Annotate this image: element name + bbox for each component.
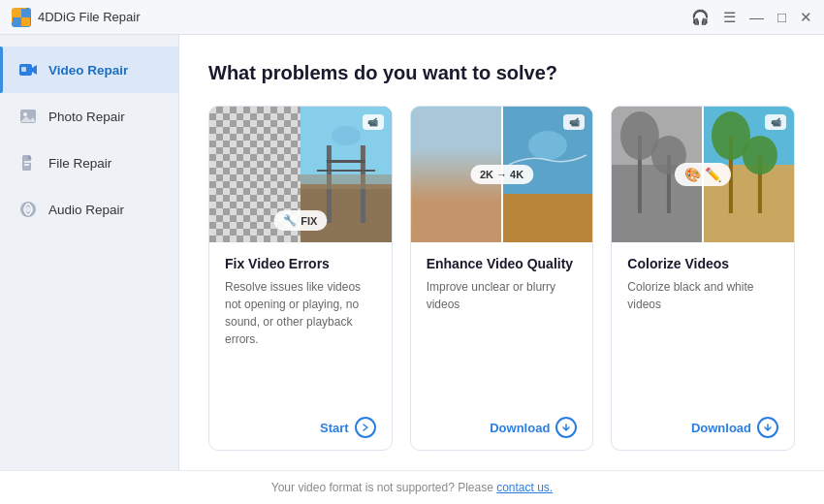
svg-point-15 (25, 206, 31, 212)
video-icon-badge-enhance: 📹 (563, 114, 585, 130)
card-colorize-video: 🎨 ✏️ 📹 Colorize Videos Colorize black an… (611, 106, 795, 451)
svg-rect-1 (21, 9, 30, 17)
colorize-badge: 🎨 ✏️ (675, 163, 731, 186)
sidebar-item-audio-repair[interactable]: Audio Repair (0, 186, 178, 233)
titlebar-left: 4DDiG File Repair (12, 8, 140, 27)
sidebar-label-file-repair: File Repair (48, 156, 111, 171)
titlebar-controls: 🎧 ☰ — □ ✕ (691, 9, 812, 26)
start-arrow-circle (355, 417, 376, 438)
app-title: 4DDiG File Repair (38, 10, 140, 24)
card-image-fix: 🔧 FIX 📹 (209, 107, 392, 242)
app-icon (12, 8, 31, 27)
svg-rect-0 (13, 9, 21, 17)
video-repair-icon (17, 59, 39, 80)
svg-rect-2 (13, 17, 21, 26)
card-fix-video-errors: 🔧 FIX 📹 Fix Video Errors Resolve issues … (208, 106, 393, 451)
maximize-icon[interactable]: □ (777, 9, 786, 25)
svg-rect-21 (317, 170, 375, 172)
enhance-badge: 2K → 4K (470, 165, 533, 184)
card-title-fix: Fix Video Errors (225, 256, 376, 271)
download-arrow-circle-colorize (757, 417, 778, 438)
card-action-colorize: Download (627, 417, 778, 438)
minimize-icon[interactable]: — (749, 9, 764, 25)
download-label-colorize: Download (691, 421, 751, 435)
sidebar-label-video-repair: Video Repair (48, 63, 128, 78)
content-area: What problems do you want to solve? (179, 35, 824, 470)
sidebar-label-photo-repair: Photo Repair (48, 110, 125, 124)
card-title-colorize: Colorize Videos (627, 256, 778, 271)
photo-repair-icon (17, 106, 39, 127)
card-action-fix: Start (225, 417, 376, 438)
pencil-icon: ✏️ (705, 167, 721, 182)
download-arrow-circle-enhance (555, 417, 577, 438)
card-body-colorize: Colorize Videos Colorize black and white… (612, 242, 794, 450)
footer: Your video format is not supported? Plea… (0, 470, 824, 504)
card-title-enhance: Enhance Video Quality (427, 256, 578, 271)
card-desc-colorize: Colorize black and white videos (627, 278, 778, 407)
card-body-fix: Fix Video Errors Resolve issues like vid… (209, 242, 392, 450)
svg-rect-6 (21, 67, 26, 72)
page-title: What problems do you want to solve? (208, 62, 795, 84)
svg-marker-5 (32, 65, 37, 75)
svg-point-26 (527, 131, 566, 160)
card-enhance-video: 2K → 4K 📹 Enhance Video Quality Improve … (410, 106, 594, 451)
contact-us-link[interactable]: contact us. (496, 481, 553, 494)
svg-point-8 (23, 112, 27, 116)
sidebar-label-audio-repair: Audio Repair (48, 203, 124, 217)
download-button-enhance[interactable]: Download (490, 417, 577, 438)
headphones-icon[interactable]: 🎧 (691, 9, 710, 26)
video-icon-badge-colorize: 📹 (765, 114, 786, 130)
svg-rect-3 (21, 17, 30, 26)
download-button-colorize[interactable]: Download (691, 417, 778, 438)
sidebar-item-photo-repair[interactable]: Photo Repair (0, 93, 178, 140)
card-image-colorize: 🎨 ✏️ 📹 (612, 107, 794, 242)
svg-rect-25 (502, 194, 593, 242)
card-image-enhance: 2K → 4K 📹 (411, 107, 593, 242)
start-label: Start (320, 421, 349, 435)
card-desc-fix: Resolve issues like videos not opening o… (225, 278, 376, 407)
main-layout: Video Repair Photo Repair (0, 35, 824, 470)
footer-text: Your video format is not supported? Plea… (271, 481, 496, 494)
card-body-enhance: Enhance Video Quality Improve unclear or… (411, 242, 593, 450)
close-icon[interactable]: ✕ (800, 9, 812, 26)
cards-row: 🔧 FIX 📹 Fix Video Errors Resolve issues … (208, 106, 795, 451)
fix-badge: 🔧 FIX (273, 210, 327, 231)
video-icon-badge-fix: 📹 (363, 114, 384, 130)
card-desc-enhance: Improve unclear or blurry videos (427, 278, 578, 407)
menu-icon[interactable]: ☰ (723, 9, 736, 26)
titlebar: 4DDiG File Repair 🎧 ☰ — □ ✕ (0, 0, 824, 35)
svg-point-38 (743, 136, 777, 174)
wrench-icon: 🔧 (283, 214, 297, 227)
sidebar-item-file-repair[interactable]: File Repair (0, 140, 178, 186)
download-label-enhance: Download (490, 421, 550, 435)
palette-icon: 🎨 (684, 167, 701, 182)
svg-point-23 (332, 126, 361, 145)
svg-rect-20 (327, 160, 365, 163)
file-repair-icon (17, 152, 39, 173)
sidebar: Video Repair Photo Repair (0, 35, 179, 470)
fix-badge-label: FIX (301, 215, 317, 227)
sidebar-item-video-repair[interactable]: Video Repair (0, 47, 178, 93)
card-action-enhance: Download (427, 417, 578, 438)
svg-rect-22 (301, 174, 392, 189)
start-button[interactable]: Start (320, 417, 376, 438)
audio-repair-icon (17, 199, 39, 220)
